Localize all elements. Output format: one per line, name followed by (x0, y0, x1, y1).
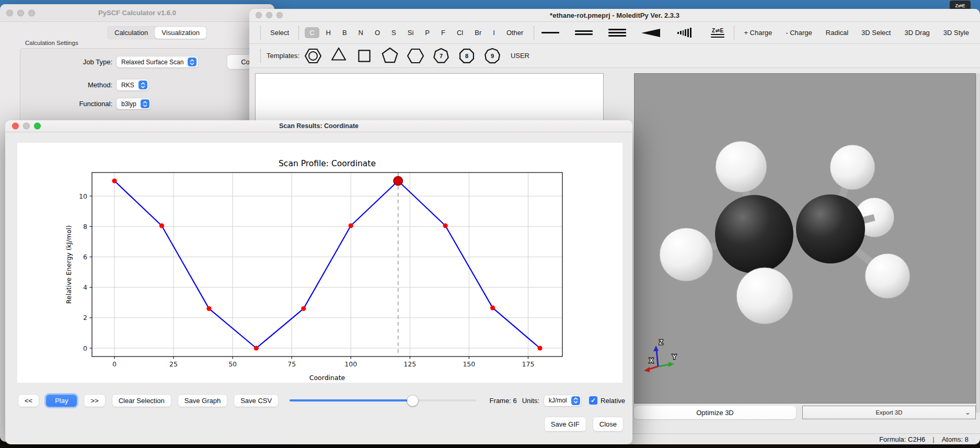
job-type-select[interactable]: Relaxed Surface Scan (117, 56, 198, 67)
close-dialog-button[interactable]: Close (593, 417, 623, 431)
export-3d-select[interactable]: Export 3D ⌄ (802, 406, 976, 419)
prev-frame-button[interactable]: << (18, 395, 39, 407)
data-point[interactable] (159, 223, 164, 228)
element-button-other[interactable]: Other (502, 27, 528, 38)
template-user-button[interactable]: USER (507, 50, 533, 62)
element-button-h[interactable]: H (321, 27, 336, 38)
select-tool-button[interactable]: Select (267, 27, 293, 39)
hydrogen-atom[interactable] (716, 141, 767, 192)
3d-style-button[interactable]: 3D Style (940, 27, 973, 39)
data-point[interactable] (206, 306, 211, 311)
svg-text:7: 7 (440, 53, 443, 59)
element-button-br[interactable]: Br (470, 27, 486, 38)
minimize-button[interactable] (23, 123, 30, 130)
template-ring6-button[interactable] (406, 47, 425, 65)
close-button[interactable] (256, 12, 262, 18)
template-ring7-button[interactable]: 7 (432, 47, 451, 65)
double-bond-icon[interactable] (573, 24, 594, 42)
data-point[interactable] (490, 305, 495, 310)
3d-viewport[interactable]: X Y Z (634, 73, 976, 404)
chevron-updown-icon (141, 99, 149, 108)
template-ring4-button[interactable] (355, 47, 374, 65)
scan-results-window: Scan Results: Coordinate 025507510012515… (5, 120, 632, 444)
atom-count-status: Atoms: 8 (942, 435, 969, 443)
element-button-cl[interactable]: Cl (452, 27, 468, 38)
carbon-atom[interactable] (796, 194, 865, 263)
minimize-button[interactable] (266, 12, 272, 18)
units-select[interactable]: kJ/mol (544, 395, 581, 406)
vertical-scrollbar[interactable] (976, 73, 980, 413)
pyscf-titlebar[interactable]: PySCF Calculator v1.6.0 (0, 4, 274, 22)
template-ring8-button[interactable]: 8 (457, 47, 476, 65)
relative-label: Relative (601, 397, 625, 405)
moledit-titlebar[interactable]: *ethane-rot.pmeprj - MoleditPy Ver. 2.3.… (249, 9, 980, 22)
status-divider: | (932, 435, 934, 443)
element-button-o[interactable]: O (370, 27, 385, 38)
close-button[interactable] (6, 9, 13, 16)
clear-selection-button[interactable]: Clear Selection (112, 395, 171, 407)
frame-indicator: Frame: 6 (490, 397, 517, 405)
hydrogen-atom[interactable] (736, 268, 793, 324)
element-button-n[interactable]: N (354, 27, 368, 38)
toolbar-handle[interactable] (260, 26, 261, 40)
template-ring9-button[interactable]: 9 (483, 47, 502, 65)
hydrogen-atom[interactable] (660, 228, 713, 281)
wedge-bond-icon[interactable] (640, 24, 661, 42)
scan-titlebar[interactable]: Scan Results: Coordinate (5, 120, 632, 132)
slider-thumb[interactable] (407, 395, 418, 406)
element-button-f[interactable]: F (436, 27, 450, 38)
data-point[interactable] (301, 306, 306, 311)
hydrogen-atom[interactable] (830, 145, 875, 190)
method-select[interactable]: RKS (117, 79, 148, 90)
-charge-button[interactable]: + Charge (740, 27, 776, 39)
-charge-button[interactable]: - Charge (782, 27, 816, 39)
data-point[interactable] (112, 178, 117, 183)
data-point[interactable] (349, 223, 353, 228)
close-button[interactable] (12, 123, 19, 130)
y-tick-label: 6 (83, 253, 87, 261)
tab-calculation[interactable]: Calculation (108, 27, 155, 39)
3d-select-button[interactable]: 3D Select (858, 27, 894, 39)
next-frame-button[interactable]: >> (84, 395, 105, 407)
minimize-button[interactable] (17, 9, 24, 16)
save-csv-button[interactable]: Save CSV (234, 395, 278, 407)
element-button-c[interactable]: C (305, 27, 319, 38)
zoom-button[interactable] (34, 123, 41, 130)
functional-select[interactable]: b3lyp (117, 98, 151, 109)
save-gif-button[interactable]: Save GIF (545, 417, 586, 431)
toolbar-separator (298, 26, 299, 40)
element-button-s[interactable]: S (387, 27, 401, 38)
data-point[interactable] (443, 223, 448, 228)
3d-drag-button[interactable]: 3D Drag (901, 27, 933, 39)
scan-profile-chart[interactable]: 02550751001251501750246810Scan Profile: … (17, 143, 622, 383)
template-benzene-button[interactable] (304, 47, 322, 65)
tab-visualization[interactable]: Visualization (155, 27, 206, 39)
zoom-button[interactable] (28, 9, 35, 16)
zoom-button[interactable] (276, 12, 283, 18)
save-graph-button[interactable]: Save Graph (178, 395, 227, 407)
optimize-3d-button[interactable]: Optimize 3D (634, 406, 796, 419)
current-frame-point[interactable] (394, 177, 402, 186)
data-point[interactable] (254, 346, 259, 350)
element-button-i[interactable]: I (488, 27, 500, 38)
data-point[interactable] (537, 346, 542, 350)
carbon-atom[interactable] (715, 195, 793, 273)
template-ring3-button[interactable] (329, 47, 348, 65)
ez-isomer-bond-icon[interactable]: Z⇌E (707, 24, 728, 42)
element-button-si[interactable]: Si (403, 27, 419, 38)
template-ring5-button[interactable] (381, 47, 399, 65)
x-axis-label: X (649, 357, 653, 364)
element-button-p[interactable]: P (420, 27, 434, 38)
frame-slider[interactable] (290, 395, 476, 406)
molecule-ethane[interactable] (660, 141, 910, 324)
relative-checkbox[interactable]: ✓ (589, 396, 597, 405)
radical-button[interactable]: Radical (822, 27, 852, 39)
slider-fill (290, 399, 412, 401)
single-bond-icon[interactable] (540, 24, 561, 42)
hash-wedge-bond-icon[interactable] (674, 24, 695, 42)
triple-bond-icon[interactable] (607, 24, 628, 42)
hydrogen-atom[interactable] (865, 254, 910, 298)
play-button[interactable]: Play (46, 395, 77, 407)
toolbar-handle[interactable] (260, 49, 261, 63)
element-button-b[interactable]: B (338, 27, 352, 38)
